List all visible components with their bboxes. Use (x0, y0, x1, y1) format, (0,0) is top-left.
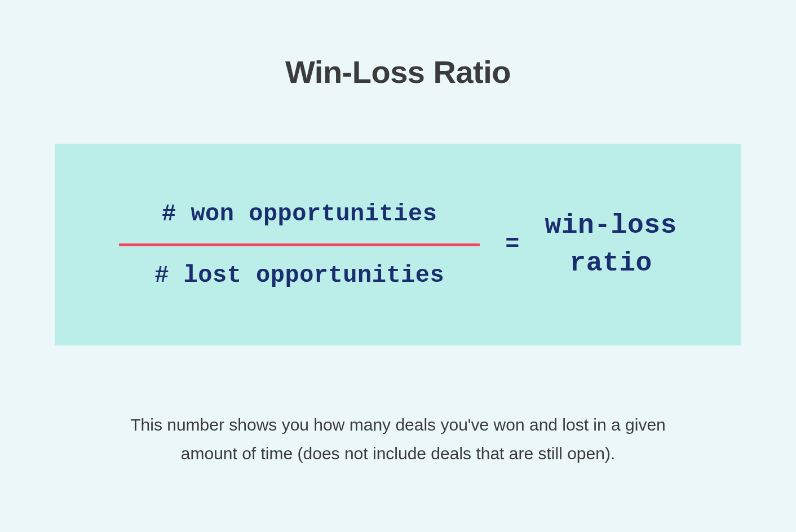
result-line-2: ratio (569, 245, 652, 282)
description-text: This number shows you how many deals you… (102, 410, 694, 468)
formula-result: win-loss ratio (545, 207, 676, 282)
equals-sign: = (505, 231, 519, 258)
fraction-bar (119, 243, 480, 246)
result-line-1: win-loss (545, 207, 676, 245)
denominator: # lost opportunities (154, 262, 444, 289)
page-title: Win-Loss Ratio (285, 54, 511, 90)
formula-box: # won opportunities # lost opportunities… (55, 144, 741, 345)
fraction: # won opportunities # lost opportunities (119, 201, 480, 289)
numerator: # won opportunities (162, 201, 437, 228)
formula: # won opportunities # lost opportunities… (119, 201, 677, 289)
